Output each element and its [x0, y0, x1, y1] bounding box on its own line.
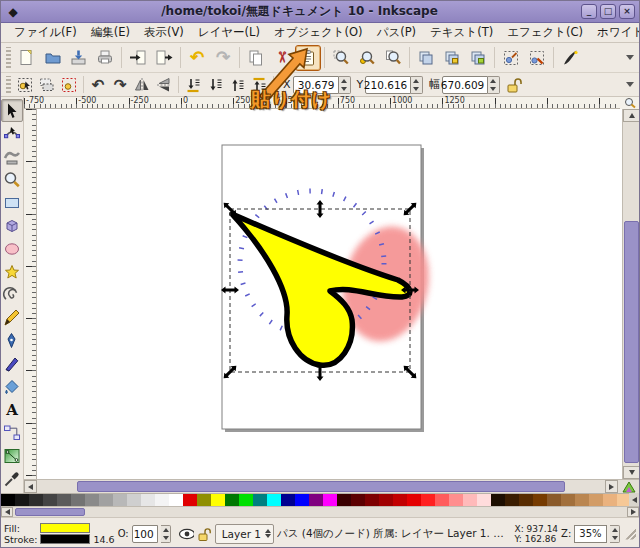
pen-tool[interactable]	[1, 329, 23, 352]
canvas[interactable]	[37, 109, 622, 479]
hscroll-track[interactable]	[37, 480, 605, 493]
x-spinner[interactable]	[339, 76, 351, 94]
palette-swatch[interactable]	[155, 494, 169, 506]
zoom-spinner[interactable]	[610, 525, 621, 543]
deselect-button[interactable]	[58, 74, 80, 96]
palette-swatch[interactable]	[337, 494, 351, 506]
vertical-ruler[interactable]	[24, 109, 37, 479]
box3d-tool[interactable]	[1, 214, 23, 237]
palette-swatch[interactable]	[323, 494, 337, 506]
palette-swatch[interactable]	[57, 494, 71, 506]
ellipse-tool[interactable]	[1, 237, 23, 260]
scroll-up-button[interactable]	[623, 109, 640, 122]
paint-bucket-tool[interactable]	[1, 375, 23, 398]
palette-swatch[interactable]	[43, 494, 57, 506]
palette-swatch[interactable]	[547, 494, 561, 506]
horizontal-ruler[interactable]: -750-500-250025050075010001250	[24, 97, 640, 109]
y-field[interactable]: 210.616	[365, 76, 411, 94]
y-spinner[interactable]	[411, 76, 423, 94]
pencil-tool[interactable]	[1, 306, 23, 329]
save-button[interactable]	[66, 45, 92, 71]
palette-swatch[interactable]	[211, 494, 225, 506]
duplicate-button[interactable]	[413, 45, 439, 71]
connector-tool[interactable]	[1, 421, 23, 444]
palette-scroll-thumb[interactable]	[15, 508, 85, 516]
select-all-button[interactable]	[14, 74, 36, 96]
star-tool[interactable]	[1, 260, 23, 283]
zoom-drawing-button[interactable]	[354, 45, 380, 71]
toolbar-overflow-chevron[interactable]	[623, 51, 637, 65]
stroke-swatch[interactable]	[40, 534, 90, 544]
palette-swatch[interactable]	[491, 494, 505, 506]
lower-button[interactable]	[204, 74, 226, 96]
layer-lock-icon[interactable]	[197, 526, 211, 542]
calligraphy-tool[interactable]	[1, 352, 23, 375]
tweak-tool[interactable]	[1, 145, 23, 168]
menu-item-7[interactable]: テキスト(T)	[423, 24, 500, 41]
palette-swatch[interactable]	[435, 494, 449, 506]
menu-item-8[interactable]: エフェクト(C)	[500, 24, 590, 41]
palette-swatch[interactable]	[617, 494, 629, 506]
palette-swatch[interactable]	[113, 494, 127, 506]
redo-button[interactable]: ↷	[210, 45, 236, 71]
palette-swatch[interactable]	[29, 494, 43, 506]
palette-swatch[interactable]	[15, 494, 29, 506]
zoom-page-button[interactable]	[380, 45, 406, 71]
scroll-down-button[interactable]	[623, 466, 640, 479]
palette-swatch[interactable]	[295, 494, 309, 506]
opacity-spinner[interactable]	[161, 525, 172, 543]
zoom-field[interactable]: 35%	[574, 525, 606, 543]
gradient-tool[interactable]	[1, 444, 23, 467]
spiral-tool[interactable]	[1, 283, 23, 306]
palette-swatch[interactable]	[225, 494, 239, 506]
unlocked-lock-icon[interactable]	[505, 76, 525, 94]
palette-swatch[interactable]	[505, 494, 519, 506]
scroll-right-button[interactable]	[605, 480, 618, 493]
export-button[interactable]	[151, 45, 177, 71]
menu-item-4[interactable]: レイヤー(L)	[191, 24, 267, 41]
fill-stroke-dialog-button[interactable]	[524, 45, 550, 71]
palette-swatch[interactable]	[281, 494, 295, 506]
palette-swatch[interactable]	[85, 494, 99, 506]
layer-selector[interactable]: Layer 1	[215, 524, 274, 544]
palette-swatch[interactable]	[351, 494, 365, 506]
toolbar-grip[interactable]	[6, 76, 11, 92]
width-spinner[interactable]	[488, 76, 500, 94]
fill-stroke-indicator[interactable]: Fill: Stroke: 14.6	[4, 523, 115, 545]
menu-item-1[interactable]: ファイル(F)	[7, 24, 84, 41]
palette-swatch[interactable]	[575, 494, 589, 506]
width-field[interactable]: 670.609	[442, 76, 488, 94]
palette-swatch[interactable]	[127, 494, 141, 506]
x-field[interactable]: 30.679	[293, 76, 339, 94]
palette-swatch[interactable]	[421, 494, 435, 506]
palette-scroll-right-button[interactable]	[627, 507, 639, 517]
palette-swatch[interactable]	[99, 494, 113, 506]
palette-swatch[interactable]	[519, 494, 533, 506]
palette-swatch[interactable]	[239, 494, 253, 506]
unlink-clone-button[interactable]	[465, 45, 491, 71]
palette-swatch[interactable]	[463, 494, 477, 506]
vertical-scrollbar[interactable]	[622, 109, 640, 479]
undo-button[interactable]: ↶	[184, 45, 210, 71]
xml-editor-button[interactable]	[557, 45, 583, 71]
maximize-button[interactable]: □	[600, 4, 616, 19]
titlebar[interactable]: ◆ /home/tokoi/無題ドキュメント 10 - Inkscape _ □…	[1, 1, 639, 23]
rotate-ccw-button[interactable]: ↶	[87, 74, 109, 96]
selector-tool[interactable]	[1, 99, 23, 122]
palette-swatch[interactable]	[71, 494, 85, 506]
menu-item-6[interactable]: パス(P)	[370, 24, 423, 41]
color-management-icon[interactable]	[618, 480, 640, 493]
palette-swatch[interactable]	[1, 494, 15, 506]
rotate-cw-button[interactable]: ↷	[109, 74, 131, 96]
horizontal-scrollbar[interactable]	[24, 480, 618, 493]
fill-swatch[interactable]	[40, 523, 90, 533]
menu-item-5[interactable]: オブジェクト(O)	[267, 24, 370, 41]
palette-swatch[interactable]	[533, 494, 547, 506]
palette-swatch[interactable]	[309, 494, 323, 506]
lower-to-bottom-button[interactable]	[182, 74, 204, 96]
scroll-left-button[interactable]	[24, 480, 37, 493]
palette-swatch[interactable]	[253, 494, 267, 506]
dropper-tool[interactable]	[1, 467, 23, 490]
palette-swatch[interactable]	[393, 494, 407, 506]
menu-item-3[interactable]: 表示(V)	[137, 24, 191, 41]
